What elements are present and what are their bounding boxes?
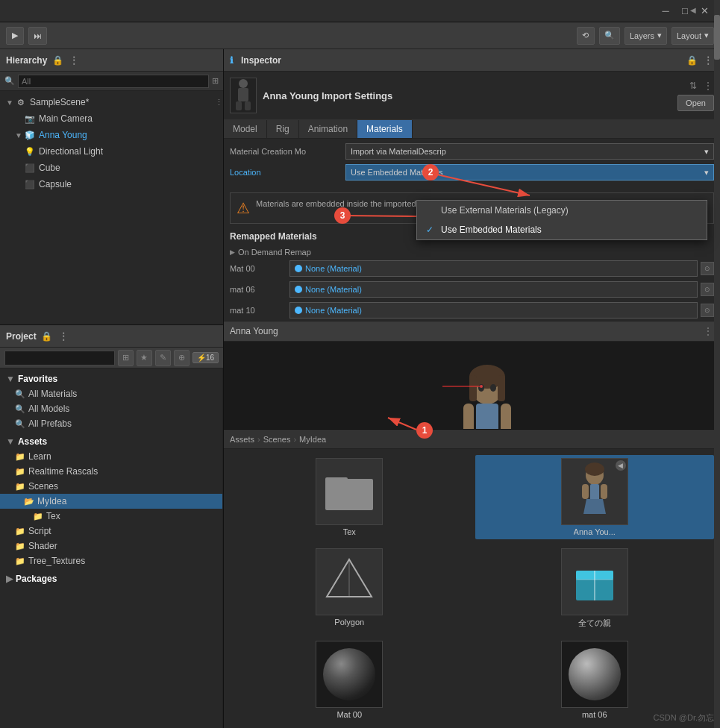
project-menu-icon[interactable]: ⋮ <box>57 330 69 342</box>
tree-shader[interactable]: 📁 Shader <box>0 539 222 553</box>
tree-realtime[interactable]: 📁 Realtime Rascals <box>0 464 222 479</box>
asset-cell-annayoung[interactable]: ◀ Anna You... <box>475 455 715 539</box>
tab-rig[interactable]: Rig <box>267 120 299 138</box>
inspector-overflow-icon[interactable]: ⋮ <box>702 80 714 92</box>
hierarchy-item-maincamera[interactable]: 📷 Main Camera <box>0 110 223 127</box>
toolbar-play-btn[interactable]: ▶ <box>6 27 24 45</box>
expand-icon[interactable]: ⊞ <box>212 76 219 86</box>
hierarchy-search-input[interactable] <box>18 75 209 88</box>
dropdown-arrow-icon: ▾ <box>704 147 709 157</box>
scroll-track[interactable] <box>714 430 720 728</box>
hierarchy-item-cube[interactable]: ⬛ Cube <box>0 160 223 176</box>
close-button[interactable]: ✕ <box>696 3 713 19</box>
hierarchy-search-bar: 🔍 ⊞ <box>0 72 223 91</box>
mat06-thumb <box>561 641 628 708</box>
mat-circle-icon <box>295 265 302 272</box>
back-arrow-btn[interactable]: ◀ <box>616 460 626 471</box>
tree-scenes[interactable]: 📁 Scenes <box>0 479 222 494</box>
search-small-icon: 🔍 <box>15 419 25 429</box>
path-scenes[interactable]: Scenes <box>263 435 291 444</box>
layout-chevron-icon: ▾ <box>704 31 709 40</box>
mat-circle-icon <box>295 286 302 293</box>
mat-value[interactable]: None (Material) <box>289 260 698 277</box>
capsule-icon: ⬛ <box>24 178 36 190</box>
box-thumb <box>561 548 628 615</box>
tree-myidea[interactable]: 📂 MyIdea <box>0 494 222 509</box>
asset-cell-tex[interactable]: Tex <box>230 455 469 539</box>
folder-icon: 📁 <box>15 556 25 566</box>
tab-animation[interactable]: Animation <box>299 120 357 138</box>
inspector-menu-icon[interactable]: ⋮ <box>702 54 714 66</box>
mat-target-btn[interactable]: ⊙ <box>701 262 714 275</box>
right-area: ℹ Inspector 🔒 ⋮ <box>224 49 720 728</box>
toolbar-step-btn[interactable]: ⏭ <box>28 27 47 45</box>
watermark: CSDN @Dr.勿忘 <box>654 712 714 724</box>
mat-target-btn[interactable]: ⊙ <box>701 283 714 296</box>
tree-all-models[interactable]: 🔍 All Models <box>0 401 222 416</box>
open-button[interactable]: Open <box>677 95 714 111</box>
dropdown-item-external[interactable]: Use External Materials (Legacy) <box>417 201 707 220</box>
dropdown-item-embedded[interactable]: ✓ Use Embedded Materials <box>417 220 707 239</box>
hierarchy-item-samplescene[interactable]: ▼ ⚙ SampleScene* ⋮ <box>0 94 223 110</box>
hierarchy-item-directionallight[interactable]: 💡 Directional Light <box>0 143 223 160</box>
project-star-btn[interactable]: ★ <box>137 350 152 366</box>
hierarchy-item-capsule[interactable]: ⬛ Capsule <box>0 176 223 192</box>
path-myidea[interactable]: MyIdea <box>299 435 326 444</box>
annotation-circle-1: 1 <box>416 422 433 439</box>
row-value[interactable]: Import via MaterialDescrip ▾ <box>345 143 714 160</box>
project-content: ▼ Favorites 🔍 All Materials 🔍 All Models <box>0 368 223 728</box>
tree-label: Scenes <box>28 481 58 492</box>
assets-label: Assets <box>18 436 47 447</box>
asset-cell-mat06[interactable]: mat 06 <box>475 638 715 722</box>
scene-menu-icon[interactable]: ⋮ <box>215 98 223 107</box>
asset-cell-polygon[interactable]: Polygon <box>230 545 469 632</box>
tree-script[interactable]: 📁 Script <box>0 524 222 539</box>
project-lock-icon[interactable]: 🔒 <box>41 330 53 342</box>
tab-model[interactable]: Model <box>224 120 267 138</box>
svg-rect-8 <box>476 404 498 429</box>
tree-all-materials[interactable]: 🔍 All Materials <box>0 386 222 401</box>
anna-young-title: Anna Young <box>230 326 278 336</box>
mat00-thumb <box>316 641 383 708</box>
layout-dropdown[interactable]: Layout ▾ <box>672 27 714 45</box>
folder-icon: 📁 <box>15 527 25 536</box>
project-grid-btn[interactable]: ⊞ <box>118 350 134 366</box>
hierarchy-lock-icon[interactable]: 🔒 <box>51 54 63 66</box>
tree-learn[interactable]: 📁 Learn <box>0 449 222 464</box>
minimize-button[interactable]: ─ <box>657 3 674 19</box>
tree-packages[interactable]: ▶ Packages <box>0 571 222 586</box>
tree-tex[interactable]: 📁 Tex <box>0 509 222 524</box>
search-btn[interactable]: 🔍 <box>599 27 620 45</box>
asset-cell-suboya[interactable]: 全ての親 <box>475 545 715 632</box>
mat-value[interactable]: None (Material) <box>289 302 698 318</box>
object-icon: 🧊 <box>24 129 36 141</box>
material-row-mat06: mat 06 None (Material) ⊙ <box>224 279 720 300</box>
path-assets[interactable]: Assets <box>230 435 254 444</box>
asset-cell-mat00[interactable]: Mat 00 <box>230 638 469 722</box>
asset-label: Anna You... <box>574 527 616 536</box>
bar-overflow-icon[interactable]: ⋮ <box>702 325 714 337</box>
layers-dropdown[interactable]: Layers ▾ <box>624 27 667 45</box>
tab-materials[interactable]: Materials <box>357 120 413 138</box>
svg-rect-20 <box>582 484 589 499</box>
layers-label: Layers <box>630 31 654 40</box>
tree-favorites[interactable]: ▼ Favorites <box>0 371 222 386</box>
project-fav-btn[interactable]: ⊕ <box>174 350 190 366</box>
mat-target-btn[interactable]: ⊙ <box>701 304 714 317</box>
asset-label: Tex <box>343 527 356 536</box>
project-tree: ▼ Favorites 🔍 All Materials 🔍 All Models <box>0 368 223 728</box>
inspector-settings-icon[interactable]: ⇅ <box>687 80 699 92</box>
hierarchy-item-annayoung[interactable]: ▼ 🧊 Anna Young <box>0 127 223 143</box>
mat-value[interactable]: None (Material) <box>289 281 698 298</box>
project-search-input[interactable] <box>4 351 115 365</box>
history-btn[interactable]: ⟲ <box>577 27 595 45</box>
project-pencil-btn[interactable]: ✎ <box>155 350 171 366</box>
hierarchy-menu-icon[interactable]: ⋮ <box>68 54 80 66</box>
tree-all-prefabs[interactable]: 🔍 All Prefabs <box>0 416 222 431</box>
tree-assets[interactable]: ▼ Assets <box>0 434 222 449</box>
inspector-lock-icon[interactable]: 🔒 <box>686 54 698 66</box>
tree-tree-textures[interactable]: 📁 Tree_Textures <box>0 553 222 568</box>
hierarchy-content: ▼ ⚙ SampleScene* ⋮ 📷 Main Camera ▼ 🧊 Ann… <box>0 91 223 324</box>
tree-label: MyIdea <box>37 496 66 506</box>
location-value[interactable]: Use Embedded Materials ▾ <box>345 164 714 181</box>
